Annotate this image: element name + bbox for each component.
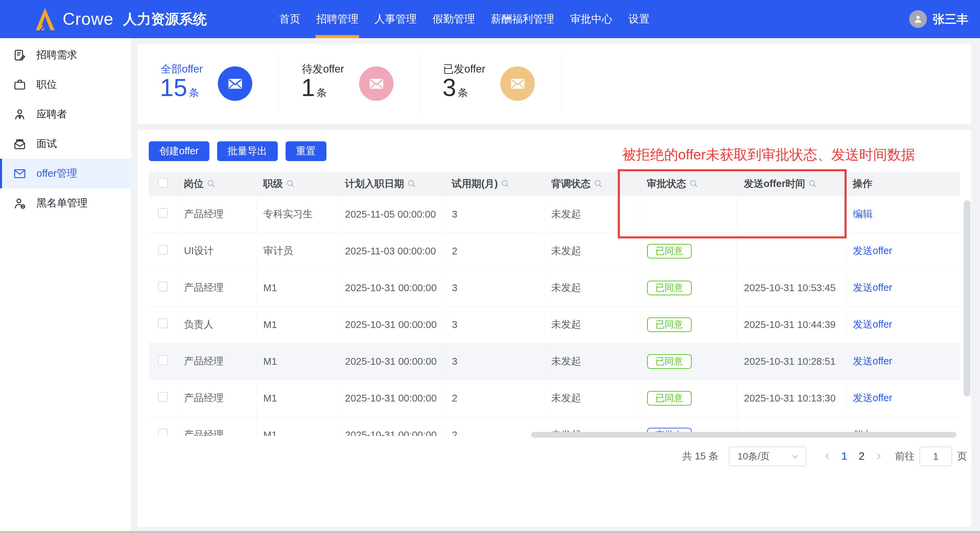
person-minus-icon bbox=[13, 196, 27, 210]
user-menu[interactable]: 张三丰 bbox=[909, 0, 969, 38]
goto-page-input[interactable] bbox=[920, 447, 952, 466]
cell-post: UI设计 bbox=[177, 233, 256, 270]
send-offer-action-link[interactable]: 发送offer bbox=[853, 245, 892, 256]
row-checkbox[interactable] bbox=[158, 429, 168, 436]
page-number-2[interactable]: 2 bbox=[853, 450, 870, 463]
top-navbar: Crowe 人力资源系统 首页 招聘管理 人事管理 假勤管理 薪酬福利管理 审批… bbox=[0, 0, 980, 38]
cell-sent: 2025-10-31 10:53:45 bbox=[737, 270, 846, 306]
create-offer-button[interactable]: 创建offer bbox=[149, 141, 209, 161]
search-icon[interactable] bbox=[207, 179, 216, 188]
sidebar-item-recruit-needs[interactable]: 招聘需求 bbox=[0, 40, 131, 70]
chevron-down-icon bbox=[791, 452, 800, 461]
sidebar-item-positions[interactable]: 职位 bbox=[0, 70, 131, 99]
row-checkbox[interactable] bbox=[158, 282, 168, 292]
cell-probation: 3 bbox=[445, 270, 544, 306]
row-checkbox[interactable] bbox=[158, 208, 168, 218]
col-header-background-check: 背调状态 bbox=[551, 178, 590, 189]
nav-item-approval-center[interactable]: 审批中心 bbox=[570, 0, 612, 38]
stat-value: 3条 bbox=[442, 73, 468, 102]
approval-status-badge: 已同意 bbox=[647, 354, 692, 369]
col-header-post: 岗位 bbox=[184, 178, 204, 189]
sidebar-item-label: 招聘需求 bbox=[37, 48, 77, 62]
stat-all-offers: 全部offer 15条 bbox=[137, 44, 279, 124]
stat-sent-offers: 已发offer 3条 bbox=[420, 44, 561, 124]
search-icon[interactable] bbox=[286, 179, 295, 188]
cell-post: 产品经理 bbox=[177, 343, 256, 380]
search-icon[interactable] bbox=[593, 179, 603, 188]
send-offer-action-link[interactable]: 发送offer bbox=[853, 356, 892, 367]
mail-badge-icon bbox=[218, 66, 252, 101]
cell-date: 2025-10-31 00:00:00 bbox=[338, 306, 445, 343]
cell-level: 审计员 bbox=[256, 233, 338, 270]
cell-date: 2025-10-31 00:00:00 bbox=[338, 270, 445, 306]
vertical-scrollbar-thumb[interactable] bbox=[964, 200, 970, 396]
row-checkbox[interactable] bbox=[158, 392, 168, 402]
nav-item-attendance[interactable]: 假勤管理 bbox=[433, 0, 475, 38]
pagination-total: 共 15 条 bbox=[682, 450, 718, 463]
next-page-button[interactable] bbox=[870, 452, 887, 461]
cell-date: 2025-10-31 00:00:00 bbox=[338, 417, 445, 436]
brand-name: Crowe bbox=[63, 9, 113, 29]
sidebar-item-blacklist[interactable]: 黑名单管理 bbox=[0, 188, 131, 218]
cell-level: M1 bbox=[256, 306, 338, 343]
sidebar-item-applicants[interactable]: 应聘者 bbox=[0, 99, 131, 129]
reset-button[interactable]: 重置 bbox=[286, 141, 326, 161]
send-offer-action-link[interactable]: 发送offer bbox=[853, 282, 892, 293]
send-offer-action-link[interactable]: 发送offer bbox=[853, 393, 892, 403]
stat-pending-offers: 待发offer 1条 bbox=[279, 44, 420, 124]
bottom-edge-strip bbox=[0, 531, 980, 533]
row-checkbox[interactable] bbox=[158, 245, 168, 255]
offer-stats-card: 全部offer 15条 待发offer 1条 已发offer 3条 bbox=[137, 44, 971, 124]
cell-date: 2025-10-31 00:00:00 bbox=[338, 343, 445, 380]
annotation-text: 被拒绝的offer未获取到审批状态、发送时间数据 bbox=[622, 145, 915, 164]
page-number-1[interactable]: 1 bbox=[836, 450, 853, 463]
nav-item-payroll[interactable]: 薪酬福利管理 bbox=[491, 0, 554, 38]
cell-level: M1 bbox=[256, 270, 338, 306]
row-checkbox[interactable] bbox=[158, 318, 168, 328]
mail-badge-icon bbox=[359, 66, 393, 101]
mail-open-icon bbox=[13, 137, 27, 151]
cell-post: 产品经理 bbox=[177, 196, 256, 233]
cell-level: M1 bbox=[256, 380, 338, 417]
mail-badge-icon bbox=[500, 66, 535, 101]
stat-unit: 条 bbox=[317, 87, 327, 98]
cell-post: 负责人 bbox=[177, 306, 256, 343]
stat-unit: 条 bbox=[189, 87, 199, 98]
sidebar: 招聘需求 职位 应聘者 面试 offer管理 bbox=[0, 38, 131, 531]
cell-level: 专科实习生 bbox=[256, 196, 338, 233]
col-header-level: 职级 bbox=[263, 178, 283, 189]
sidebar-item-offer-management[interactable]: offer管理 bbox=[0, 159, 131, 188]
nav-item-personnel[interactable]: 人事管理 bbox=[374, 0, 417, 38]
page-size-select[interactable]: 10条/页 bbox=[729, 447, 807, 466]
send-offer-action-link[interactable]: 发送offer bbox=[853, 319, 892, 330]
pagination-bar: 共 15 条 10条/页 1 2 前往 页 bbox=[682, 447, 967, 466]
nav-item-home[interactable]: 首页 bbox=[279, 0, 300, 38]
search-icon[interactable] bbox=[501, 179, 510, 188]
brand-logo: Crowe 人力资源系统 bbox=[33, 0, 207, 38]
search-icon[interactable] bbox=[407, 179, 416, 188]
cell-background: 未发起 bbox=[544, 343, 640, 380]
nav-item-settings[interactable]: 设置 bbox=[628, 0, 649, 38]
cell-post: 产品经理 bbox=[177, 417, 256, 436]
horizontal-scrollbar-thumb[interactable] bbox=[531, 432, 956, 438]
person-tie-icon bbox=[13, 108, 27, 121]
goto-label: 前往 bbox=[895, 450, 915, 463]
chevron-right-icon bbox=[874, 452, 883, 461]
main-nav: 首页 招聘管理 人事管理 假勤管理 薪酬福利管理 审批中心 设置 bbox=[279, 0, 649, 38]
row-checkbox[interactable] bbox=[158, 355, 168, 365]
cell-background: 未发起 bbox=[544, 270, 640, 306]
page-size-value: 10条/页 bbox=[738, 450, 770, 463]
sidebar-item-interviews[interactable]: 面试 bbox=[0, 129, 131, 159]
nav-item-recruitment[interactable]: 招聘管理 bbox=[316, 0, 358, 38]
cell-probation: 2 bbox=[445, 380, 544, 417]
table-row: 负责人 M1 2025-10-31 00:00:00 3 未发起 已同意 202… bbox=[149, 306, 960, 343]
stat-value: 1条 bbox=[301, 73, 327, 102]
batch-export-button[interactable]: 批量导出 bbox=[217, 141, 278, 161]
chevron-left-icon bbox=[823, 452, 832, 461]
table-row: 产品经理 M1 2025-10-31 00:00:00 3 未发起 已同意 20… bbox=[149, 343, 960, 380]
col-header-actions: 操作 bbox=[853, 178, 872, 189]
select-all-checkbox[interactable] bbox=[158, 178, 168, 188]
cell-probation: 2 bbox=[445, 417, 544, 436]
prev-page-button[interactable] bbox=[819, 452, 836, 461]
edit-action-link[interactable]: 编辑 bbox=[853, 208, 873, 219]
